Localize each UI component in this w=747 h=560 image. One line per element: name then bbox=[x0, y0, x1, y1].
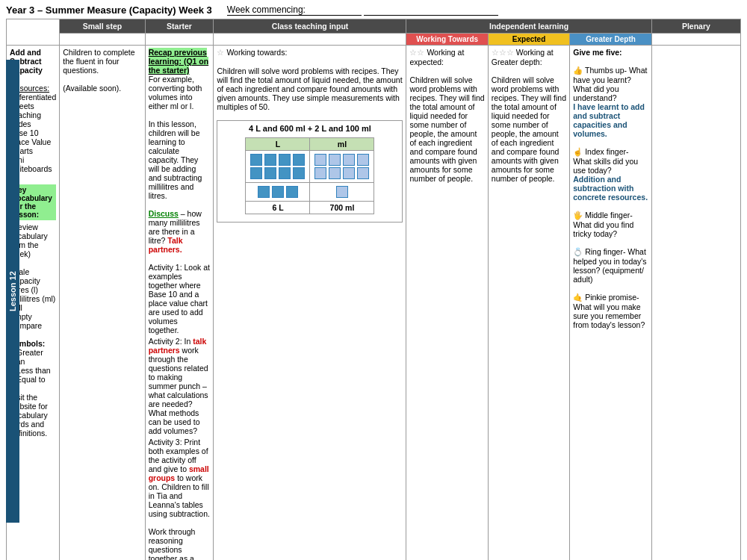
greater-depth-cell: ☆☆☆ Working at Greater depth: Children w… bbox=[488, 46, 569, 561]
cubes-ml-row2 bbox=[310, 183, 374, 202]
exp-stars: ☆☆ Working at expected: bbox=[409, 48, 484, 66]
thumb-label: Thumbs up- What have you learnt? What di… bbox=[573, 66, 647, 102]
cube bbox=[357, 154, 369, 166]
recap-highlight-text: Recap previous learning: (Q1 on the star… bbox=[149, 48, 209, 75]
cube bbox=[286, 186, 298, 198]
cube bbox=[357, 167, 369, 179]
gd-stars: ☆☆☆ Working at Greater depth: bbox=[492, 48, 566, 66]
expected-cell: ☆☆ Working at expected: Children will so… bbox=[406, 46, 488, 561]
pinkie-icon: 🤙 bbox=[573, 293, 583, 302]
result-ml: 700 ml bbox=[310, 202, 374, 214]
cube bbox=[329, 154, 341, 166]
wt-stars: ☆ Working towards: bbox=[217, 48, 403, 57]
addition-text: Addition and subtraction with concrete r… bbox=[573, 175, 648, 202]
index-line: ☝ Index finger- What skills did you use … bbox=[573, 147, 648, 202]
pinkie-label: Pinkie promise- What will you make sure … bbox=[573, 293, 645, 329]
discuss-label: Discuss bbox=[149, 209, 179, 218]
exp-text: Children will solve word problems with r… bbox=[409, 75, 484, 183]
reasoning: Work through reasoning questions togethe… bbox=[149, 527, 211, 560]
cube bbox=[250, 167, 262, 179]
col-independent: Independent learning bbox=[406, 19, 651, 34]
thumb-icon: 👍 bbox=[573, 66, 583, 75]
wt-text: Children will solve word problems with r… bbox=[217, 66, 403, 111]
col-plenary: Plenary bbox=[651, 19, 740, 34]
middle-icon: 🖐 bbox=[573, 211, 583, 220]
lesson-label: Lesson 12 bbox=[6, 60, 19, 523]
greater-depth-header: Greater Depth bbox=[570, 34, 652, 46]
cube bbox=[314, 154, 326, 166]
teaching-cell: Recap previous learning: (Q1 on the star… bbox=[145, 46, 214, 561]
activity2: Activity 2: In talk partners work throug… bbox=[149, 337, 211, 435]
recap-rest: For example, converting both volumes int… bbox=[149, 75, 211, 111]
result-l: 6 L bbox=[246, 202, 310, 214]
cube bbox=[264, 154, 276, 166]
cubes-l-row1 bbox=[246, 151, 310, 183]
learnt-text: I have learnt to add and subtract capaci… bbox=[573, 102, 648, 138]
main-table: Small step Starter Class teaching input … bbox=[6, 19, 741, 560]
cube bbox=[329, 167, 341, 179]
col-l-header: L bbox=[246, 138, 310, 151]
cubes-ml-row1 bbox=[310, 151, 374, 183]
plenary-intro: Give me five: bbox=[573, 48, 648, 57]
page-title: Year 3 – Summer Measure (Capacity) Week … bbox=[6, 4, 212, 16]
cube bbox=[279, 167, 291, 179]
week-commencing: Week commencing: bbox=[227, 4, 498, 16]
cube bbox=[258, 186, 270, 198]
cube bbox=[314, 167, 326, 179]
cube bbox=[293, 167, 305, 179]
cube bbox=[250, 154, 262, 166]
ring-icon: 💍 bbox=[573, 247, 583, 256]
col-teaching: Class teaching input bbox=[214, 19, 406, 34]
capacity-title: 4 L and 600 ml + 2 L and 100 ml bbox=[220, 124, 399, 133]
activity1: Activity 1: Look at examples together wh… bbox=[149, 263, 211, 335]
ring-label: Ring finger- What helped you in today's … bbox=[573, 247, 646, 284]
index-label: Index finger- What skills did you use to… bbox=[573, 147, 638, 175]
thumb-line: 👍 Thumbs up- What have you learnt? What … bbox=[573, 66, 648, 138]
expected-header: Expected bbox=[488, 34, 569, 46]
col-starter: Starter bbox=[145, 19, 214, 34]
starter-cell: Children to complete the fluent in four … bbox=[60, 46, 145, 561]
cubes-l-row2 bbox=[246, 183, 310, 202]
discuss-line: Discuss – how many millilitres are there… bbox=[149, 209, 211, 254]
capacity-table: L ml bbox=[245, 137, 374, 214]
cube bbox=[343, 167, 355, 179]
index-icon: ☝ bbox=[573, 147, 583, 156]
middle-line: 🖐 Middle finger- What did you find trick… bbox=[573, 211, 648, 238]
cube bbox=[272, 186, 284, 198]
starter-available: (Available soon). bbox=[63, 84, 141, 93]
cube bbox=[336, 186, 348, 198]
cube bbox=[343, 154, 355, 166]
gd-text: Children will solve word problems with r… bbox=[492, 75, 566, 183]
cube bbox=[264, 167, 276, 179]
starter-text: Children to complete the fluent in four … bbox=[63, 48, 141, 75]
col-ml-header: ml bbox=[310, 138, 374, 151]
teaching-para1: In this lesson, children will be learnin… bbox=[149, 119, 211, 200]
plenary-cell: Give me five: 👍 Thumbs up- What have you… bbox=[570, 46, 652, 561]
working-towards-header: Working Towards bbox=[406, 34, 488, 46]
cube bbox=[279, 154, 291, 166]
ring-line: 💍 Ring finger- What helped you in today'… bbox=[573, 247, 648, 284]
recap-highlight: Recap previous learning: (Q1 on the star… bbox=[149, 48, 211, 75]
middle-label: Middle finger- What did you find tricky … bbox=[573, 211, 633, 238]
capacity-diagram: 4 L and 600 ml + 2 L and 100 ml L ml bbox=[217, 120, 403, 223]
pinkie-line: 🤙 Pinkie promise- What will you make sur… bbox=[573, 293, 648, 329]
activity3: Activity 3: Print both examples of the a… bbox=[149, 438, 211, 518]
col-small-step: Small step bbox=[60, 19, 145, 34]
cube bbox=[293, 154, 305, 166]
working-towards-cell: ☆ Working towards: Children will solve w… bbox=[214, 46, 406, 561]
